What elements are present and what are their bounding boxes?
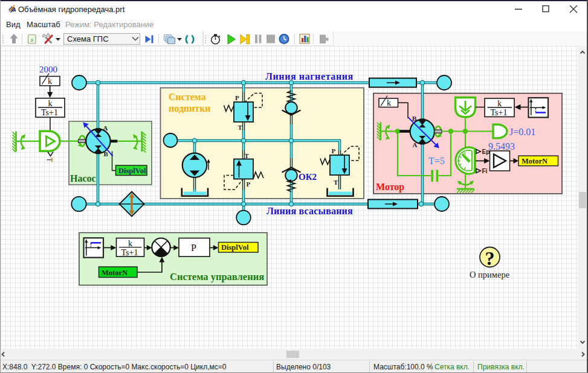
svg-text:k: k: [48, 77, 52, 86]
svg-text:Линия всасывания: Линия всасывания: [267, 206, 353, 216]
svg-text:Ts+1: Ts+1: [121, 248, 138, 257]
svg-text:P: P: [191, 243, 196, 253]
svg-text:B: B: [104, 150, 109, 158]
svg-text:Fi: Fi: [482, 168, 488, 174]
svg-text:J=0.01: J=0.01: [509, 127, 535, 137]
svg-text:T: T: [238, 124, 243, 131]
svg-text:О примере: О примере: [470, 270, 509, 279]
svg-text:Ts+1: Ts+1: [41, 108, 58, 117]
svg-text:DisplVol: DisplVol: [118, 167, 146, 175]
svg-text:подпитки: подпитки: [169, 103, 211, 113]
svg-text:k: k: [48, 99, 53, 108]
svg-text:k: k: [387, 98, 391, 107]
svg-text:s: s: [31, 36, 33, 43]
svg-text:Линия нагнетания: Линия нагнетания: [265, 71, 354, 81]
svg-text:Насос: Насос: [70, 173, 96, 183]
svg-text:Система управления: Система управления: [170, 271, 264, 282]
svg-text:ОК2: ОК2: [299, 172, 317, 182]
svg-text:2000: 2000: [39, 65, 57, 74]
svg-text:k: k: [128, 239, 132, 248]
svg-text:Схема ГПС: Схема ГПС: [67, 34, 109, 43]
svg-text:Система: Система: [169, 92, 206, 102]
svg-text:T: T: [245, 152, 250, 159]
svg-text:A: A: [413, 141, 418, 148]
svg-text:A: A: [103, 124, 108, 132]
svg-text:k: k: [497, 99, 502, 108]
svg-text:?: ?: [485, 247, 495, 269]
svg-text:MotorN: MotorN: [522, 157, 548, 165]
svg-text:DisplVol: DisplVol: [221, 243, 249, 252]
svg-text:B: B: [412, 115, 417, 122]
svg-text:T=5: T=5: [428, 156, 445, 166]
svg-text:P: P: [332, 147, 336, 155]
svg-text:MotorN: MotorN: [102, 269, 128, 277]
svg-text:Мотор: Мотор: [376, 182, 404, 193]
svg-text:9.5493: 9.5493: [488, 141, 515, 151]
svg-text:P: P: [235, 94, 239, 101]
svg-text:T: T: [334, 179, 338, 186]
svg-text:P: P: [247, 180, 251, 188]
svg-text:Ts+1: Ts+1: [491, 108, 508, 117]
